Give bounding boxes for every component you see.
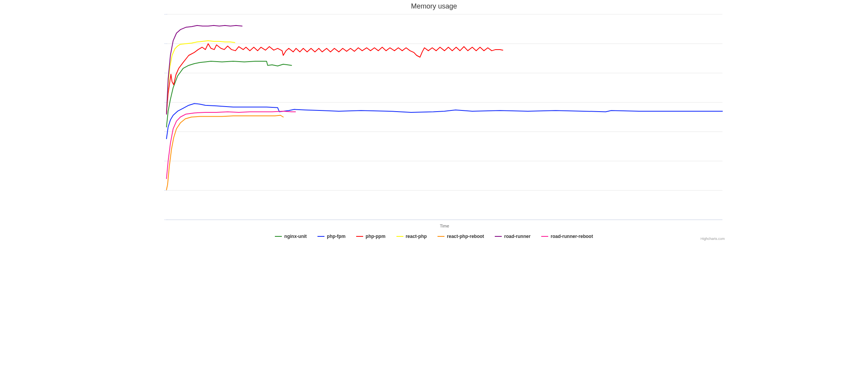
legend-swatch: [495, 236, 502, 237]
legend-item-php-ppm[interactable]: php-ppm: [356, 234, 385, 239]
chart-title: Memory usage: [138, 0, 730, 12]
legend-swatch: [437, 236, 444, 237]
series-php-ppm: [166, 44, 503, 114]
svg-text:Time: Time: [440, 224, 449, 228]
legend-label: react-php: [406, 234, 427, 239]
legend-swatch: [275, 236, 282, 237]
legend-label: php-ppm: [365, 234, 385, 239]
legend-label: nginx-unit: [284, 234, 307, 239]
legend-item-road-runner[interactable]: road-runner: [495, 234, 530, 239]
series-react-php-reboot: [166, 115, 283, 190]
legend-label: road-runner-reboot: [551, 234, 593, 239]
legend-swatch: [356, 236, 363, 237]
legend-item-nginx-unit[interactable]: nginx-unit: [275, 234, 307, 239]
legend-item-php-fpm[interactable]: php-fpm: [317, 234, 345, 239]
legend-label: react-php-reboot: [447, 234, 484, 239]
legend-item-react-php-reboot[interactable]: react-php-reboot: [437, 234, 484, 239]
legend-swatch: [541, 236, 548, 237]
legend-swatch: [317, 236, 324, 237]
credits-link[interactable]: Highcharts.com: [700, 237, 725, 241]
series-php-fpm: [166, 103, 722, 139]
legend-swatch: [396, 236, 403, 237]
chart-container: Memory usage 800850900950100010501100115…: [138, 0, 730, 243]
series-nginx-unit: [166, 61, 292, 127]
legend-item-road-runner-reboot[interactable]: road-runner-reboot: [541, 234, 593, 239]
legend: nginx-unitphp-fpmphp-ppmreact-phpreact-p…: [138, 229, 730, 243]
legend-label: road-runner: [504, 234, 530, 239]
series-road-runner-reboot: [166, 111, 295, 179]
chart-svg: 8008509009501000105011001150Memory (MB)T…: [164, 12, 725, 229]
legend-label: php-fpm: [327, 234, 345, 239]
legend-item-react-php[interactable]: react-php: [396, 234, 427, 239]
plot-area: 8008509009501000105011001150Memory (MB)T…: [164, 12, 725, 229]
